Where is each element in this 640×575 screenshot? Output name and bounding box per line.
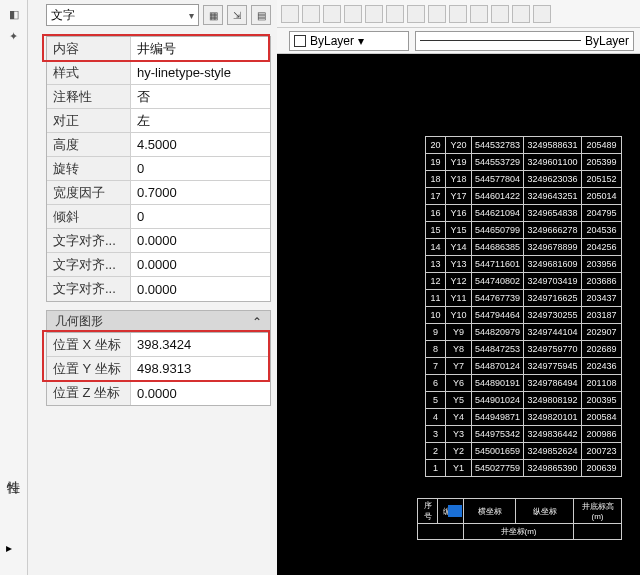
object-type-combo[interactable]: 文字 ▾ — [46, 4, 199, 26]
table-cell: 203956 — [582, 256, 622, 273]
table-cell: Y4 — [445, 409, 471, 426]
toggle-pim-button[interactable]: ▦ — [203, 5, 223, 25]
table-cell: 20 — [425, 137, 445, 154]
linetype-combo[interactable]: ByLayer — [415, 31, 634, 51]
property-value[interactable]: 398.3424 — [131, 333, 270, 356]
chevron-down-icon: ▾ — [358, 34, 364, 48]
property-row[interactable]: 宽度因子0.7000 — [47, 181, 270, 205]
property-row[interactable]: 文字对齐...0.0000 — [47, 277, 270, 301]
table-cell: Y6 — [445, 375, 471, 392]
table-cell: 544577804 — [471, 171, 523, 188]
toolbar-icon[interactable] — [512, 5, 530, 23]
table-cell: Y2 — [445, 443, 471, 460]
property-value[interactable]: 左 — [131, 109, 270, 132]
property-row[interactable]: 样式hy-linetype-style — [47, 61, 270, 85]
table-cell: 544650799 — [471, 222, 523, 239]
table-row: 12Y125447408023249703419203686 — [425, 273, 621, 290]
table-cell: 3249730255 — [524, 307, 582, 324]
toolbar-icon[interactable] — [470, 5, 488, 23]
toolbar-icon[interactable] — [365, 5, 383, 23]
toolbar-icon[interactable] — [533, 5, 551, 23]
table-cell: 17 — [425, 188, 445, 205]
property-value[interactable]: 0.0000 — [131, 253, 270, 276]
toolbar-icon[interactable] — [491, 5, 509, 23]
property-row[interactable]: 内容井编号 — [47, 37, 270, 61]
table-cell: 544949871 — [471, 409, 523, 426]
toolbar-icon[interactable] — [281, 5, 299, 23]
table-cell: 3249703419 — [524, 273, 582, 290]
table-cell: 序号 — [418, 499, 438, 524]
property-row[interactable]: 文字对齐...0.0000 — [47, 229, 270, 253]
table-cell: 203437 — [582, 290, 622, 307]
table-cell: 205152 — [582, 171, 622, 188]
tool-icon-2[interactable]: ✦ — [6, 28, 22, 44]
table-cell: 14 — [425, 239, 445, 256]
tool-icon-1[interactable]: ◧ — [6, 6, 22, 22]
table-cell: 4 — [425, 409, 445, 426]
table-cell: 200986 — [582, 426, 622, 443]
table-row: 6Y65448901913249786494201108 — [425, 375, 621, 392]
table-cell: 545001659 — [471, 443, 523, 460]
property-value[interactable]: 498.9313 — [131, 357, 270, 380]
filter-button[interactable]: ▤ — [251, 5, 271, 25]
table-cell: 204256 — [582, 239, 622, 256]
table-cell: Y3 — [445, 426, 471, 443]
table-cell: Y12 — [445, 273, 471, 290]
property-value[interactable]: 否 — [131, 85, 270, 108]
table-row: 5Y55449010243249808192200395 — [425, 392, 621, 409]
property-row[interactable]: 旋转0 — [47, 157, 270, 181]
linetype-label: ByLayer — [585, 34, 629, 48]
property-value[interactable]: 0.0000 — [131, 277, 270, 301]
panel-top-row: 文字 ▾ ▦ ⇲ ▤ — [46, 4, 271, 26]
toolbar-icon[interactable] — [449, 5, 467, 23]
property-value[interactable]: 0.0000 — [131, 229, 270, 252]
table-cell: 544686385 — [471, 239, 523, 256]
vertical-tab-icon[interactable]: ▸ — [6, 541, 20, 555]
property-value[interactable]: 4.5000 — [131, 133, 270, 156]
table-cell: Y14 — [445, 239, 471, 256]
table-cell: 200584 — [582, 409, 622, 426]
table-row: 井坐标(m) — [418, 524, 622, 540]
toolbar-icon[interactable] — [344, 5, 362, 23]
property-value[interactable]: 0.7000 — [131, 181, 270, 204]
table-cell: 204536 — [582, 222, 622, 239]
property-row[interactable]: 文字对齐...0.0000 — [47, 253, 270, 277]
quick-select-button[interactable]: ⇲ — [227, 5, 247, 25]
table-row: 2Y25450016593249852624200723 — [425, 443, 621, 460]
geometry-row[interactable]: 位置 X 坐标398.3424 — [47, 333, 270, 357]
property-value[interactable]: 0 — [131, 157, 270, 180]
property-value[interactable]: 0 — [131, 205, 270, 228]
toolbar-icon[interactable] — [302, 5, 320, 23]
table-cell: 544532783 — [471, 137, 523, 154]
layer-color-combo[interactable]: ByLayer ▾ — [289, 31, 409, 51]
property-label: 位置 X 坐标 — [47, 333, 131, 356]
property-label: 内容 — [47, 37, 131, 60]
toolbar-icon[interactable] — [407, 5, 425, 23]
property-value[interactable]: 0.0000 — [131, 381, 270, 405]
table-cell: Y18 — [445, 171, 471, 188]
table-cell: Y7 — [445, 358, 471, 375]
property-label: 宽度因子 — [47, 181, 131, 204]
property-row[interactable]: 对正左 — [47, 109, 270, 133]
toolbar-icon[interactable] — [323, 5, 341, 23]
geometry-group-header[interactable]: 几何图形 ⌃ — [46, 310, 271, 332]
table-cell: 205399 — [582, 154, 622, 171]
table-cell: Y17 — [445, 188, 471, 205]
geometry-row[interactable]: 位置 Y 坐标498.9313 — [47, 357, 270, 381]
properties-grid: 内容井编号样式hy-linetype-style注释性否对正左高度4.5000旋… — [46, 36, 271, 302]
table-cell: 3249643251 — [524, 188, 582, 205]
property-row[interactable]: 注释性否 — [47, 85, 270, 109]
table-cell: 1 — [425, 460, 445, 477]
table-cell: 200723 — [582, 443, 622, 460]
model-canvas[interactable]: 20Y20544532783324958863120548919Y1954455… — [277, 54, 640, 575]
properties-panel: 文字 ▾ ▦ ⇲ ▤ 内容井编号样式hy-linetype-style注释性否对… — [28, 0, 277, 575]
line-sample — [420, 40, 581, 41]
property-value[interactable]: 井编号 — [131, 37, 270, 60]
property-row[interactable]: 倾斜0 — [47, 205, 270, 229]
layer-toolbar: ByLayer ▾ ByLayer — [277, 28, 640, 54]
geometry-row[interactable]: 位置 Z 坐标0.0000 — [47, 381, 270, 405]
property-row[interactable]: 高度4.5000 — [47, 133, 270, 157]
toolbar-icon[interactable] — [386, 5, 404, 23]
toolbar-icon[interactable] — [428, 5, 446, 23]
property-value[interactable]: hy-linetype-style — [131, 61, 270, 84]
